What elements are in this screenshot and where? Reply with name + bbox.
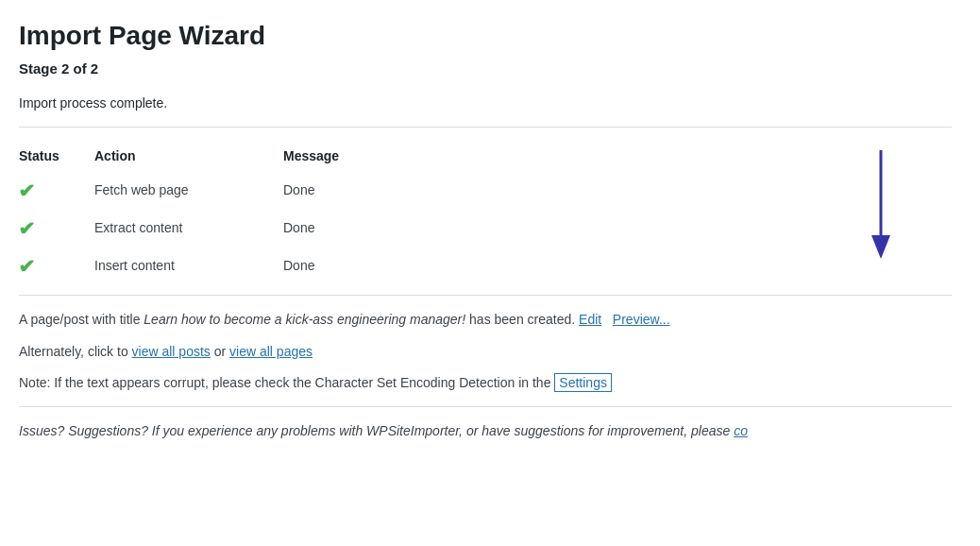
alternate-prefix: Alternately, click to: [19, 344, 132, 359]
message-cell-1: Done: [283, 172, 472, 210]
action-cell-3: Insert content: [94, 247, 283, 285]
status-cell-3: ✔: [19, 247, 94, 285]
status-cell-1: ✔: [19, 172, 94, 210]
col-header-action: Action: [94, 141, 283, 172]
checkmark-icon-3: ✔: [18, 252, 36, 281]
issues-section: Issues? Suggestions? If you experience a…: [19, 420, 952, 443]
post-title: Learn how to become a kick-ass engineeri…: [144, 312, 465, 327]
action-cell-2: Extract content: [94, 210, 283, 247]
view-all-posts-link[interactable]: view all posts: [132, 344, 211, 359]
alternate-middle: or: [211, 344, 229, 359]
settings-link[interactable]: Settings: [554, 373, 612, 392]
result-prefix: A page/post with title: [19, 312, 144, 327]
issues-text: Issues? Suggestions? If you experience a…: [19, 423, 748, 438]
message-cell-2: Done: [283, 210, 472, 247]
stage-label: Stage 2 of 2: [19, 59, 952, 80]
import-status: Import process complete.: [19, 94, 952, 113]
status-table: Status Action Message ✔ Fetch web page D…: [19, 141, 952, 285]
bottom-divider: [19, 295, 952, 296]
table-row: ✔ Extract content Done: [19, 210, 952, 247]
note-prefix: Note: If the text appears corrupt, pleas…: [19, 375, 554, 390]
top-divider: [19, 127, 952, 128]
page-title: Import Page Wizard: [19, 19, 952, 53]
result-suffix: has been created.: [465, 312, 575, 327]
result-section: A page/post with title Learn how to beco…: [19, 309, 952, 395]
action-cell-1: Fetch web page: [94, 172, 283, 210]
svg-marker-1: [871, 235, 890, 259]
alternate-paragraph: Alternately, click to view all posts or …: [19, 341, 952, 364]
preview-link[interactable]: Preview...: [613, 312, 670, 327]
table-row: ✔ Insert content Done: [19, 247, 952, 285]
col-header-status: Status: [19, 141, 94, 172]
note-paragraph: Note: If the text appears corrupt, pleas…: [19, 372, 952, 395]
view-all-pages-link[interactable]: view all pages: [229, 344, 313, 359]
table-section: Status Action Message ✔ Fetch web page D…: [19, 141, 952, 285]
message-cell-3: Done: [283, 247, 472, 285]
arrow-container: [867, 150, 895, 269]
col-header-message: Message: [283, 141, 472, 172]
arrow-down-icon: [867, 150, 895, 264]
issues-divider: [19, 406, 952, 407]
issues-paragraph: Issues? Suggestions? If you experience a…: [19, 420, 952, 443]
table-row: ✔ Fetch web page Done: [19, 172, 952, 210]
issues-link[interactable]: co: [734, 423, 748, 438]
issues-text-content: Issues? Suggestions? If you experience a…: [19, 423, 734, 438]
status-cell-2: ✔: [19, 210, 94, 247]
checkmark-icon-2: ✔: [18, 214, 36, 243]
edit-link[interactable]: Edit: [579, 312, 601, 327]
checkmark-icon-1: ✔: [18, 177, 36, 205]
page-wrapper: Import Page Wizard Stage 2 of 2 Import p…: [0, 0, 980, 546]
created-post-paragraph: A page/post with title Learn how to beco…: [19, 309, 952, 332]
